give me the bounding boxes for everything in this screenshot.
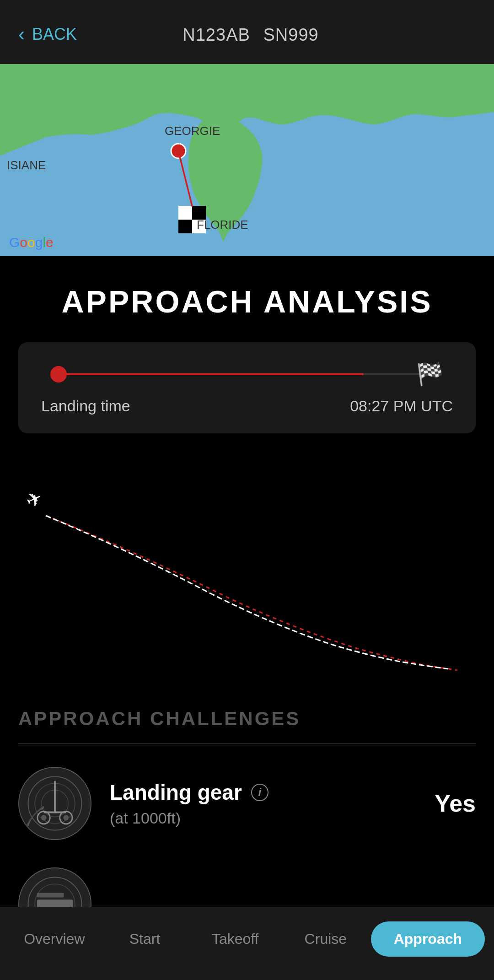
map-svg: GEORGIE FLORIDE ISIANE Google xyxy=(0,64,494,256)
challenge-item-landing-gear: Landing gear i (at 1000ft) Yes xyxy=(18,767,476,840)
serial-number: SN999 xyxy=(263,25,319,44)
svg-rect-23 xyxy=(37,893,64,898)
challenges-section: APPROACH CHALLENGES xyxy=(0,708,494,941)
main-content: APPROACH ANALYSIS 🏁 Landing time 08:27 P… xyxy=(0,256,494,980)
nav-label-cruise: Cruise xyxy=(305,931,347,948)
approach-visual: ✈ xyxy=(0,461,494,689)
header-title: N123AB SN999 xyxy=(110,23,384,45)
timeline-track[interactable]: 🏁 xyxy=(41,361,453,388)
back-button[interactable]: ‹ BACK xyxy=(18,23,110,45)
svg-point-16 xyxy=(41,815,47,820)
nav-item-cruise[interactable]: Cruise xyxy=(280,931,371,948)
nav-label-approach: Approach xyxy=(394,931,462,948)
nav-item-start[interactable]: Start xyxy=(100,931,190,948)
map-isiane-label: ISIANE xyxy=(7,158,46,172)
landing-gear-sub: (at 1000ft) xyxy=(110,809,416,827)
challenge-name-landing-gear: Landing gear i xyxy=(110,780,416,805)
approach-path-svg: ✈ xyxy=(0,461,494,689)
svg-text:Google: Google xyxy=(9,235,54,250)
map-georgie-label: GEORGIE xyxy=(165,124,220,138)
header: ‹ BACK N123AB SN999 xyxy=(0,0,494,64)
track-flag-icon: 🏁 xyxy=(416,361,444,387)
timeline-container[interactable]: 🏁 Landing time 08:27 PM UTC xyxy=(18,342,476,433)
landing-time-value: 08:27 PM UTC xyxy=(350,397,453,415)
track-progress xyxy=(55,373,364,375)
approach-analysis-title: APPROACH ANALYSIS xyxy=(0,256,494,342)
landing-gear-value: Yes xyxy=(435,790,476,817)
challenges-title: APPROACH CHALLENGES xyxy=(18,708,476,730)
nav-item-approach[interactable]: Approach xyxy=(371,921,485,957)
landing-gear-svg xyxy=(19,768,91,839)
nav-label-takeoff: Takeoff xyxy=(212,931,259,948)
challenge-info-landing-gear: Landing gear i (at 1000ft) xyxy=(110,780,416,827)
timeline-labels: Landing time 08:27 PM UTC xyxy=(41,397,453,415)
landing-gear-label: Landing gear xyxy=(110,780,242,805)
track-thumb[interactable] xyxy=(50,366,67,382)
landing-time-label: Landing time xyxy=(41,397,130,415)
info-symbol: i xyxy=(258,786,261,799)
svg-rect-7 xyxy=(0,461,494,689)
nav-label-overview: Overview xyxy=(24,931,85,948)
map-floride-label: FLORIDE xyxy=(197,218,248,232)
nav-label-start: Start xyxy=(129,931,161,948)
map-container: GEORGIE FLORIDE ISIANE Google xyxy=(0,64,494,256)
svg-rect-2 xyxy=(178,206,192,220)
aircraft-id: N123AB xyxy=(183,25,250,44)
back-label: BACK xyxy=(32,25,77,44)
challenges-divider xyxy=(18,743,476,744)
bottom-nav: Overview Start Takeoff Cruise Approach xyxy=(0,907,494,980)
landing-gear-info-icon[interactable]: i xyxy=(251,784,268,801)
nav-item-takeoff[interactable]: Takeoff xyxy=(190,931,280,948)
back-chevron-icon: ‹ xyxy=(18,23,25,45)
svg-point-18 xyxy=(64,815,69,820)
nav-item-overview[interactable]: Overview xyxy=(9,931,100,948)
landing-gear-icon xyxy=(18,767,91,840)
